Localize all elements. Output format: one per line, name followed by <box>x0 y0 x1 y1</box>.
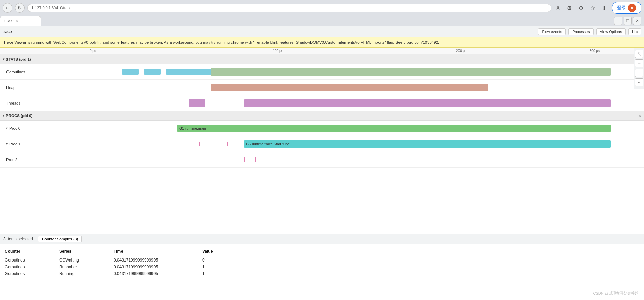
col-time: Time <box>114 249 202 254</box>
maximize-button[interactable]: □ <box>624 17 632 25</box>
fit-button[interactable]: ↔ <box>635 78 643 86</box>
table-row: Goroutines Running 0.043171999999999995 … <box>5 270 639 277</box>
proc2-canvas[interactable] <box>88 152 644 167</box>
row1-counter: Goroutines <box>5 258 59 263</box>
watermark: CSDN @以现在开始壹并趋 <box>593 291 639 296</box>
threads-label: Threads: <box>0 95 88 111</box>
toolbar-right: Ａ ⚙ ⚙ ☆ ⬇ 登录 A <box>554 2 641 14</box>
login-button[interactable]: 登录 A <box>612 2 641 14</box>
threads-bar <box>189 99 205 107</box>
row1-series: GCWaiting <box>59 258 114 263</box>
zoom-out-button[interactable]: − <box>635 69 643 77</box>
content-area: trace Flow events Processes View Options… <box>0 26 644 300</box>
row3-series: Running <box>59 271 114 276</box>
hic-button[interactable]: Hic <box>628 28 641 35</box>
scrollbar-controls: ↖ + − ↔ <box>634 48 644 89</box>
ruler-label-area <box>0 48 88 54</box>
counter-samples-tab[interactable]: Counter Samples (3) <box>38 236 82 242</box>
row2-series: Runnable <box>59 265 114 269</box>
tick-100: 100 μs <box>272 48 283 54</box>
tick-0: 0 μs <box>88 48 96 54</box>
time-ruler: 0 μs 100 μs 200 μs 300 μs <box>0 48 644 54</box>
table-row: Goroutines Runnable 0.043171999999999995… <box>5 264 639 270</box>
tab-bar: trace × ─ □ × <box>0 16 644 26</box>
cursor-icon[interactable]: ↖ <box>635 50 643 58</box>
procs-label: ▾ PROCS (pid 0) <box>0 114 88 118</box>
row3-counter: Goroutines <box>5 271 59 276</box>
url-text: 127.0.0.1:60410/trace <box>35 6 71 10</box>
title-bar: ← ↻ ℹ 127.0.0.1:60410/trace Ａ ⚙ ⚙ ☆ ⬇ 登录… <box>0 0 644 16</box>
bottom-tabs: 3 items selected. Counter Samples (3) <box>0 234 644 244</box>
trace-toolbar: trace Flow events Processes View Options… <box>0 26 644 37</box>
proc0-bar: G1 runtime.main <box>177 125 611 132</box>
heap-canvas[interactable] <box>88 80 644 95</box>
processes-button[interactable]: Processes <box>568 28 593 35</box>
browser-tab[interactable]: trace × <box>0 16 41 26</box>
minimize-button[interactable]: ─ <box>614 17 622 25</box>
goroutines-track: Goroutines: <box>0 64 644 80</box>
threads-track: Threads: <box>0 95 644 111</box>
back-button[interactable]: ← <box>3 3 12 13</box>
col-series: Series <box>59 249 114 254</box>
row1-value: 0 <box>202 258 257 263</box>
refresh-icon: ↻ <box>18 5 22 11</box>
procs-close-icon[interactable]: × <box>639 113 641 119</box>
proc0-track: ▾ Proc 0 G1 runtime.main <box>0 121 644 136</box>
heap-bar <box>211 84 488 91</box>
tab-close-icon[interactable]: × <box>16 18 18 23</box>
proc0-chevron-icon[interactable]: ▾ <box>6 126 8 130</box>
proc1-label: ▾ Proc 1 <box>0 136 88 152</box>
extension-icon[interactable]: ⚙ <box>566 4 573 12</box>
goroutines-label: Goroutines: <box>0 64 88 79</box>
goroutines-canvas[interactable] <box>88 64 644 79</box>
row1-time: 0.043171999999999995 <box>114 258 202 263</box>
bookmark-icon[interactable]: ☆ <box>589 4 596 12</box>
heap-label: Heap: <box>0 80 88 95</box>
translate-icon[interactable]: Ａ <box>554 4 562 12</box>
threads-bar-2 <box>244 99 611 107</box>
row3-value: 1 <box>202 271 257 276</box>
row2-value: 1 <box>202 265 257 269</box>
proc1-canvas[interactable]: G6 runtime/trace.Start.func1 <box>88 136 644 152</box>
bottom-panel: 3 items selected. Counter Samples (3) Co… <box>0 234 644 300</box>
address-bar[interactable]: ℹ 127.0.0.1:60410/trace <box>27 4 551 12</box>
heap-track: Heap: <box>0 80 644 95</box>
row2-time: 0.043171999999999995 <box>114 265 202 269</box>
proc0-canvas[interactable]: G1 runtime.main <box>88 121 644 136</box>
tick-300: 300 μs <box>589 48 600 54</box>
view-options-button[interactable]: View Options <box>596 28 626 35</box>
goroutines-bar-1 <box>122 69 139 75</box>
proc1-bar: G6 runtime/trace.Start.func1 <box>244 140 611 148</box>
goroutines-bar-2 <box>144 69 161 75</box>
bottom-content: Counter Series Time Value Goroutines GCW… <box>0 244 644 281</box>
stats-label: ▾ STATS (pid 1) <box>0 57 88 61</box>
tab-title: trace <box>4 18 14 23</box>
stats-section-header: ▾ STATS (pid 1) × <box>0 54 644 64</box>
close-window-button[interactable]: × <box>633 17 641 25</box>
col-value: Value <box>202 249 257 254</box>
col-counter: Counter <box>5 249 59 254</box>
proc1-track: ▾ Proc 1 G6 runtime/trace.Start.func1 <box>0 136 644 152</box>
login-label: 登录 <box>617 5 626 11</box>
stats-chevron-icon[interactable]: ▾ <box>3 57 4 61</box>
goroutines-bar-large <box>211 68 611 76</box>
threads-canvas[interactable] <box>88 95 644 111</box>
flow-events-button[interactable]: Flow events <box>538 28 566 35</box>
security-icon: ℹ <box>32 6 33 10</box>
table-row: Goroutines GCWaiting 0.04317199999999999… <box>5 257 639 264</box>
refresh-button[interactable]: ↻ <box>15 3 25 13</box>
proc1-chevron-icon[interactable]: ▾ <box>6 142 8 146</box>
items-selected: 3 items selected. <box>3 237 34 241</box>
procs-chevron-icon[interactable]: ▾ <box>3 114 4 117</box>
row2-counter: Goroutines <box>5 265 59 269</box>
warning-banner: Trace Viewer is running with WebComponen… <box>0 37 644 48</box>
zoom-in-button[interactable]: + <box>635 59 643 67</box>
tick-200: 200 μs <box>455 48 466 54</box>
proc2-label: Proc 2 <box>0 152 88 167</box>
trace-page-title: trace <box>3 29 535 34</box>
table-header: Counter Series Time Value <box>5 248 639 255</box>
settings-icon[interactable]: ⚙ <box>577 4 585 12</box>
proc2-track: Proc 2 <box>0 152 644 168</box>
download-icon[interactable]: ⬇ <box>600 4 608 12</box>
goroutines-bar-3 <box>166 69 216 75</box>
